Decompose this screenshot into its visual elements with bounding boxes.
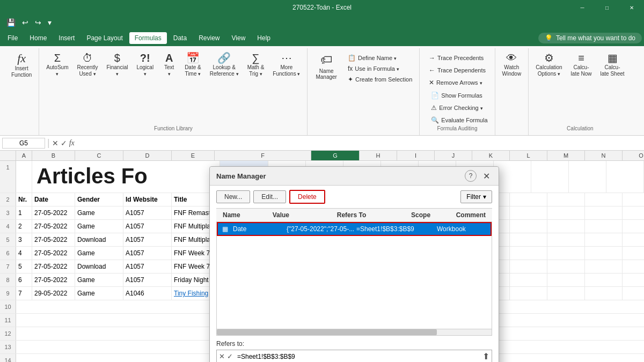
cell-B1[interactable]: Articles Fo [32, 161, 220, 193]
cell-P1[interactable] [569, 161, 606, 193]
nm-cancel-icon[interactable]: ✕ [219, 352, 225, 360]
menu-home[interactable]: Home [24, 32, 52, 44]
cell-D8[interactable]: A1057 [123, 274, 172, 286]
minimize-btn[interactable]: ─ [570, 0, 595, 15]
nm-new-btn[interactable]: New... [216, 190, 250, 203]
cell-Q1[interactable] [606, 161, 644, 193]
cell-N2[interactable] [585, 193, 623, 206]
cell-A4[interactable]: 2 [16, 220, 32, 233]
nm-entry-row[interactable]: ▦ Date {"27-05-2022";"27-05-... =Sheet1!… [217, 222, 492, 236]
cell-C3[interactable]: Game [75, 206, 123, 219]
menu-view[interactable]: View [226, 32, 251, 44]
cell-E2[interactable]: Title [172, 193, 215, 206]
cell-M4[interactable] [547, 220, 585, 233]
cell-B4[interactable]: 27-05-2022 [32, 220, 75, 233]
save-btn[interactable]: 💾 [4, 17, 18, 28]
cell-O8[interactable] [623, 274, 644, 286]
evaluate-formula-btn[interactable]: 🔍 Evaluate Formula [427, 115, 491, 125]
show-formulas-btn[interactable]: 📄 Show Formulas [427, 90, 491, 101]
cell-M6[interactable] [547, 247, 585, 260]
cell-L4[interactable] [510, 220, 547, 233]
insert-function-btn[interactable]: fx InsertFunction [8, 50, 35, 80]
cell-M2[interactable] [547, 193, 585, 206]
calc-sheet-btn[interactable]: ▦ Calcu-late Sheet [597, 50, 628, 79]
watch-window-btn[interactable]: 👁 WatchWindow [499, 50, 525, 79]
cell-L9[interactable] [510, 287, 547, 300]
cell-C4[interactable]: Game [75, 220, 123, 233]
cell-M3[interactable] [547, 206, 585, 219]
maximize-btn[interactable]: □ [595, 0, 619, 15]
name-manager-btn[interactable]: 🏷 NameManager [311, 50, 341, 83]
window-close-btn[interactable]: ✕ [619, 0, 644, 15]
menu-page-layout[interactable]: Page Layout [81, 32, 128, 44]
col-header-M[interactable]: M [547, 151, 585, 160]
cell-M7[interactable] [547, 260, 585, 273]
col-header-A[interactable]: A [16, 151, 32, 160]
cell-A1[interactable] [16, 161, 32, 193]
cell-A7[interactable]: 5 [16, 260, 32, 273]
cell-B3[interactable]: 27-05-2022 [32, 206, 75, 219]
cell-D9[interactable]: A1046 [123, 287, 172, 300]
col-header-H[interactable]: H [360, 151, 397, 160]
col-header-J[interactable]: J [435, 151, 472, 160]
menu-data[interactable]: Data [168, 32, 192, 44]
cell-D2[interactable]: Id Website [123, 193, 172, 206]
menu-file[interactable]: File [2, 32, 23, 44]
cell-C6[interactable]: Game [75, 247, 123, 260]
cell-M5[interactable] [547, 233, 585, 246]
menu-insert[interactable]: Insert [53, 32, 80, 44]
nm-scrollbar[interactable] [216, 329, 492, 336]
cell-C5[interactable]: Download [75, 233, 123, 246]
cell-L5[interactable] [510, 233, 547, 246]
trace-precedents-btn[interactable]: → Trace Precedents [425, 53, 489, 63]
col-header-I[interactable]: I [397, 151, 435, 160]
cell-D6[interactable]: A1057 [123, 247, 172, 260]
confirm-formula-icon[interactable]: ✓ [61, 139, 67, 147]
error-checking-btn[interactable]: ⚠ Error Checking ▾ [427, 102, 491, 113]
nm-help-btn[interactable]: ? [465, 170, 477, 182]
cell-B6[interactable]: 27-05-2022 [32, 247, 75, 260]
cell-E5[interactable]: FNF Multiplayer Mc [172, 233, 215, 246]
tell-me-box[interactable]: 💡 Tell me what you want to do [538, 33, 642, 43]
cell-N8[interactable] [585, 274, 623, 286]
col-header-N[interactable]: N [585, 151, 623, 160]
cell-E8[interactable]: Friday Night Funkin' [172, 274, 215, 286]
lookup-btn[interactable]: 🔗 Lookup &Reference ▾ [206, 50, 243, 79]
cell-C9[interactable]: Game [75, 287, 123, 300]
name-box[interactable] [2, 138, 45, 149]
cell-O7[interactable] [623, 260, 644, 273]
cell-D4[interactable]: A1057 [123, 220, 172, 233]
redo-btn[interactable]: ↪ [33, 17, 43, 28]
define-name-btn[interactable]: 📋 Define Name ▾ [344, 53, 416, 63]
cell-O4[interactable] [623, 220, 644, 233]
nm-refers-input[interactable] [235, 352, 480, 361]
recently-used-btn[interactable]: ⏱ RecentlyUsed ▾ [74, 50, 102, 79]
more-functions-btn[interactable]: ⋯ MoreFunctions ▾ [269, 50, 304, 79]
undo-btn[interactable]: ↩ [20, 17, 31, 28]
cell-C7[interactable]: Download [75, 260, 123, 273]
col-header-C[interactable]: C [75, 151, 123, 160]
cell-E3[interactable]: FNF Remastered [172, 206, 215, 219]
cell-L7[interactable] [510, 260, 547, 273]
cell-D3[interactable]: A1057 [123, 206, 172, 219]
col-header-O[interactable]: O [623, 151, 644, 160]
cell-N7[interactable] [585, 260, 623, 273]
autosum-btn[interactable]: Σ AutoSum▾ [42, 50, 72, 79]
col-header-F[interactable]: F [215, 151, 311, 160]
menu-help[interactable]: Help [252, 32, 276, 44]
menu-review[interactable]: Review [193, 32, 225, 44]
text-btn[interactable]: A Text▾ [158, 50, 180, 79]
cell-A2[interactable]: Nr. [16, 193, 32, 206]
cell-N4[interactable] [585, 220, 623, 233]
cell-M9[interactable] [547, 287, 585, 300]
nm-confirm-icon[interactable]: ✓ [227, 352, 233, 360]
cell-O1[interactable] [531, 161, 569, 193]
cell-N6[interactable] [585, 247, 623, 260]
nm-upload-icon[interactable]: ⬆ [482, 351, 489, 361]
cell-L3[interactable] [510, 206, 547, 219]
cell-O3[interactable] [623, 206, 644, 219]
nm-edit-btn[interactable]: Edit... [253, 190, 286, 203]
math-btn[interactable]: ∑ Math &Trig ▾ [244, 50, 268, 79]
cell-E4[interactable]: FNF Multiplayer 3.2 [172, 220, 215, 233]
calculation-options-btn[interactable]: ⚙ CalculationOptions ▾ [532, 50, 566, 79]
